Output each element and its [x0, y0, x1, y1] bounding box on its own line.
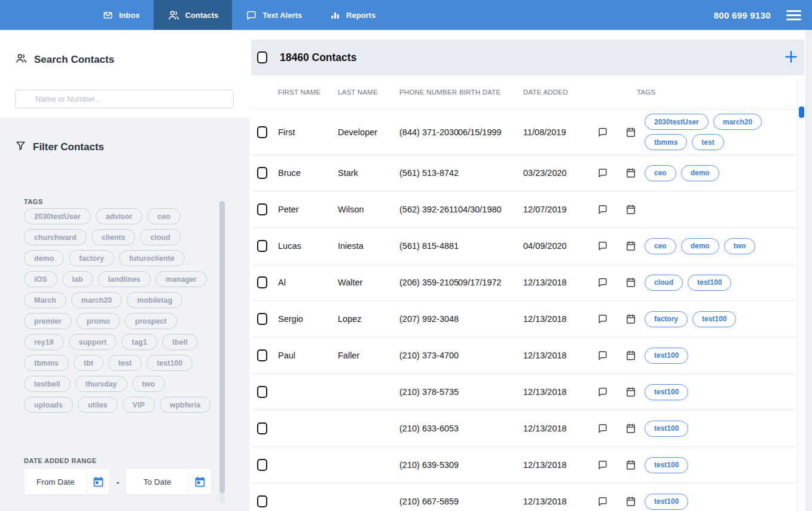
filter-tag-pill[interactable]: march20: [71, 292, 122, 308]
filter-tag-pill[interactable]: tbell: [162, 334, 198, 350]
table-row[interactable]: (210) 378-5735 12/13/2018 test100: [251, 373, 796, 410]
tag-pill[interactable]: test100: [645, 494, 688, 510]
table-row[interactable]: (210) 667-5859 12/13/2018 test100: [251, 483, 796, 511]
table-row[interactable]: Paul Faller (210) 373-4700 12/13/2018 te…: [251, 337, 796, 373]
row-checkbox[interactable]: [257, 240, 267, 252]
calendar-icon[interactable]: [625, 459, 637, 471]
tag-pill[interactable]: march20: [713, 114, 762, 130]
calendar-icon[interactable]: [625, 126, 637, 138]
sidebar-scrollbar-thumb[interactable]: [219, 201, 225, 493]
sidebar-scrollbar[interactable]: [219, 201, 225, 503]
tab-reports[interactable]: Reports: [316, 0, 389, 30]
add-contact-button[interactable]: [784, 50, 798, 66]
filter-tag-pill[interactable]: factory: [69, 250, 114, 266]
filter-tag-pill[interactable]: test: [108, 355, 142, 371]
calendar-icon[interactable]: [625, 313, 637, 325]
filter-tag-pill[interactable]: iOS: [24, 271, 57, 287]
calendar-icon[interactable]: [625, 422, 637, 434]
filter-tag-pill[interactable]: advisor: [96, 208, 142, 224]
calendar-icon[interactable]: [625, 167, 637, 179]
filter-tag-pill[interactable]: support: [69, 334, 117, 350]
row-checkbox[interactable]: [257, 167, 267, 179]
tag-pill[interactable]: 2030testUser: [645, 114, 709, 130]
filter-tag-pill[interactable]: testbell: [24, 376, 71, 392]
calendar-icon[interactable]: [625, 349, 637, 361]
search-input[interactable]: [15, 90, 234, 108]
filter-tag-pill[interactable]: manager: [155, 271, 207, 287]
table-row[interactable]: Bruce Stark (561) 513-8742 03/23/2020 ce…: [251, 154, 796, 191]
filter-tag-pill[interactable]: promo: [77, 313, 120, 329]
row-checkbox[interactable]: [257, 422, 267, 434]
filter-tag-pill[interactable]: two: [132, 376, 166, 392]
filter-tag-pill[interactable]: tbmms: [24, 355, 69, 371]
table-row[interactable]: First Developer (844) 371-2030 06/15/199…: [251, 109, 796, 154]
row-checkbox[interactable]: [257, 203, 267, 215]
tag-pill[interactable]: test: [692, 134, 724, 150]
message-icon[interactable]: [597, 167, 609, 179]
message-icon[interactable]: [597, 240, 609, 252]
tag-pill[interactable]: demo: [681, 165, 719, 181]
tag-pill[interactable]: test100: [645, 384, 688, 400]
tag-pill[interactable]: two: [724, 238, 756, 254]
calendar-icon[interactable]: [625, 386, 637, 398]
filter-tag-pill[interactable]: uploads: [24, 397, 73, 413]
filter-tag-pill[interactable]: clients: [91, 229, 136, 245]
tab-contacts[interactable]: Contacts: [154, 0, 233, 30]
message-icon[interactable]: [597, 349, 609, 361]
message-icon[interactable]: [597, 386, 609, 398]
tag-pill[interactable]: factory: [645, 311, 688, 327]
tag-pill[interactable]: ceo: [645, 165, 676, 181]
hamburger-icon[interactable]: [786, 10, 801, 20]
filter-tag-pill[interactable]: ceo: [147, 208, 181, 224]
table-row[interactable]: (210) 639-5309 12/13/2018 test100: [251, 446, 796, 483]
tag-pill[interactable]: test100: [645, 421, 688, 437]
row-checkbox[interactable]: [257, 313, 267, 325]
filter-tag-pill[interactable]: test100: [146, 355, 193, 371]
filter-tag-pill[interactable]: tag1: [121, 334, 157, 350]
row-checkbox[interactable]: [257, 349, 267, 361]
select-all-checkbox[interactable]: [257, 51, 267, 63]
table-row[interactable]: Peter Wilson (562) 392-2611 04/30/1980 1…: [251, 191, 796, 227]
filter-tag-pill[interactable]: futurocliente: [119, 250, 185, 266]
row-checkbox[interactable]: [257, 495, 267, 507]
message-icon[interactable]: [597, 276, 609, 288]
message-icon[interactable]: [597, 126, 609, 138]
table-row[interactable]: Sergio Lopez (207) 992-3048 12/13/2018 f…: [251, 300, 796, 337]
row-checkbox[interactable]: [257, 126, 267, 138]
table-row[interactable]: Al Walter (206) 359-2105 09/17/1972 12/1…: [251, 264, 796, 300]
message-icon[interactable]: [597, 495, 609, 507]
message-icon[interactable]: [597, 422, 609, 434]
tag-pill[interactable]: test100: [645, 348, 688, 364]
calendar-icon[interactable]: [625, 495, 637, 507]
row-checkbox[interactable]: [257, 386, 267, 398]
message-icon[interactable]: [597, 459, 609, 471]
tab-text-alerts[interactable]: Text Alerts: [232, 0, 316, 30]
tag-pill[interactable]: demo: [681, 238, 719, 254]
to-date-field[interactable]: To Date: [126, 469, 212, 495]
row-checkbox[interactable]: [257, 459, 267, 471]
calendar-icon[interactable]: [625, 276, 637, 288]
filter-tag-pill[interactable]: cloud: [140, 229, 180, 245]
calendar-icon[interactable]: [87, 469, 109, 494]
row-checkbox[interactable]: [257, 276, 267, 288]
tag-pill[interactable]: test100: [645, 457, 688, 473]
calendar-icon[interactable]: [188, 469, 211, 494]
tag-pill[interactable]: tbmms: [645, 134, 687, 150]
message-icon[interactable]: [597, 203, 609, 215]
tag-pill[interactable]: test100: [688, 275, 731, 291]
filter-tag-pill[interactable]: mobiletag: [127, 292, 182, 308]
from-date-field[interactable]: From Date: [24, 469, 110, 495]
filter-tag-pill[interactable]: March: [24, 292, 66, 308]
filter-tag-pill[interactable]: rey19: [24, 334, 64, 350]
message-icon[interactable]: [597, 313, 609, 325]
table-scrollbar-thumb[interactable]: [799, 107, 804, 118]
filter-tag-pill[interactable]: wpbferia: [160, 397, 210, 413]
filter-tag-pill[interactable]: churchward: [24, 229, 87, 245]
table-scrollbar[interactable]: [797, 79, 805, 511]
tag-pill[interactable]: ceo: [645, 238, 676, 254]
table-row[interactable]: Lucas Iniesta (561) 815-4881 04/09/2020 …: [251, 227, 796, 264]
filter-tag-pill[interactable]: landlines: [98, 271, 151, 287]
filter-tag-pill[interactable]: demo: [24, 250, 64, 266]
calendar-icon[interactable]: [625, 203, 637, 215]
tag-pill[interactable]: cloud: [645, 275, 683, 291]
